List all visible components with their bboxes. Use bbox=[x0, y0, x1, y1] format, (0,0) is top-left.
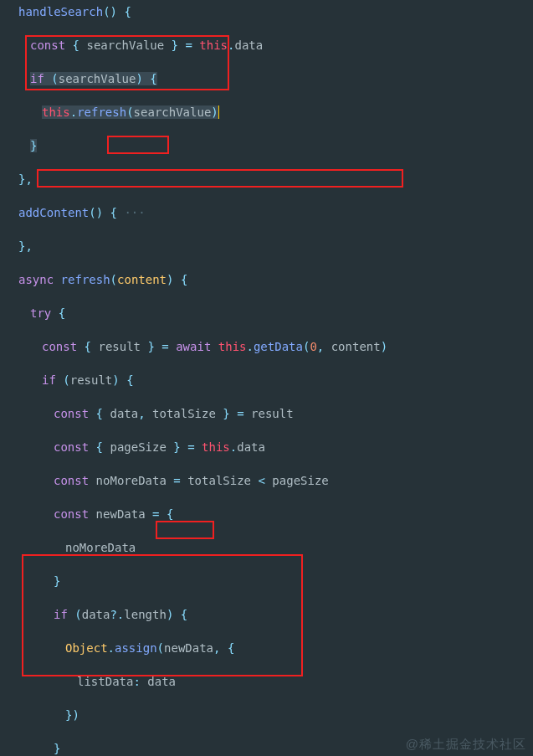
code-line: const { result } = await this.getData(0,… bbox=[0, 338, 533, 355]
code-line: const { pageSize } = this.data bbox=[0, 439, 533, 455]
code-line: if (searchValue) { bbox=[0, 70, 533, 87]
code-line: const { searchValue } = this.data bbox=[0, 37, 533, 54]
code-line: const newData = { bbox=[0, 506, 533, 522]
code-line: listData: data bbox=[0, 673, 533, 690]
code-line: async refresh(content) { bbox=[0, 271, 533, 288]
code-line: } bbox=[0, 137, 533, 154]
code-line: }) bbox=[0, 707, 533, 723]
code-line: }, bbox=[0, 238, 533, 255]
code-line: try { bbox=[0, 305, 533, 321]
code-line: handleSearch() { bbox=[0, 3, 533, 20]
code-line: if (data?.length) { bbox=[0, 606, 533, 623]
code-line: const { data, totalSize } = result bbox=[0, 405, 533, 422]
watermark: @稀土掘金技术社区 bbox=[406, 736, 526, 753]
code-line: const noMoreData = totalSize < pageSize bbox=[0, 472, 533, 489]
code-line: } bbox=[0, 573, 533, 589]
code-line: this.refresh(searchValue) bbox=[0, 104, 533, 121]
code-line: }, bbox=[0, 171, 533, 188]
code-line: noMoreData bbox=[0, 539, 533, 556]
code-line: Object.assign(newData, { bbox=[0, 640, 533, 656]
code-editor[interactable]: handleSearch() { const { searchValue } =… bbox=[0, 0, 533, 756]
code-line: addContent() { ··· bbox=[0, 204, 533, 221]
code-line: if (result) { bbox=[0, 372, 533, 388]
